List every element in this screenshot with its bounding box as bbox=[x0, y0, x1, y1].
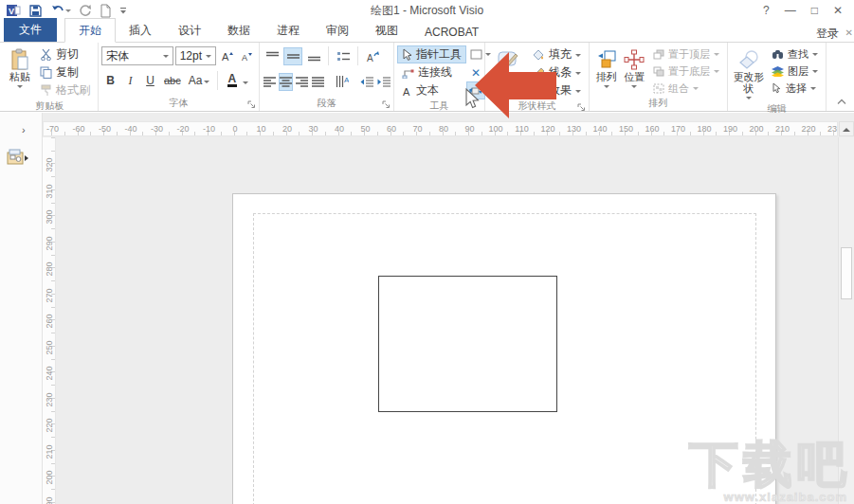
align-right-icon[interactable] bbox=[295, 73, 309, 91]
align-bottom-icon[interactable] bbox=[304, 47, 323, 65]
sign-in-link[interactable]: 登录 bbox=[816, 26, 839, 42]
font-color-caret[interactable] bbox=[243, 81, 248, 87]
qat-customize-icon[interactable] bbox=[119, 6, 127, 15]
h-ruler-label: 100 bbox=[485, 124, 506, 134]
group-label-arrange: 排列 bbox=[592, 97, 724, 111]
connector-icon bbox=[402, 67, 414, 79]
tab-8[interactable]: ACROBAT bbox=[411, 22, 492, 42]
h-ruler-label: 210 bbox=[772, 124, 793, 134]
increase-font-button[interactable]: A bbox=[218, 47, 236, 65]
tab-7[interactable]: 视图 bbox=[362, 19, 411, 42]
change-shape-icon bbox=[736, 48, 761, 71]
bold-button[interactable]: B bbox=[101, 72, 119, 90]
v-ruler-label: 270 bbox=[45, 285, 54, 306]
paragraph-dialog-launcher[interactable] bbox=[382, 99, 391, 112]
group-icon bbox=[653, 83, 664, 94]
select-button[interactable]: 选择 bbox=[767, 80, 823, 97]
position-button[interactable]: 位置 bbox=[621, 45, 649, 97]
connector-tool-button[interactable]: 连接线 bbox=[397, 63, 466, 81]
scroll-up-button[interactable] bbox=[839, 121, 854, 136]
italic-button[interactable]: I bbox=[121, 72, 139, 90]
h-ruler-label: -70 bbox=[43, 124, 64, 134]
bring-to-front-button[interactable]: 置于顶层 bbox=[648, 45, 724, 63]
increase-indent-icon[interactable] bbox=[376, 73, 391, 91]
find-button[interactable]: 查找 bbox=[767, 45, 823, 63]
rectangle-shape[interactable] bbox=[378, 276, 557, 412]
paste-button[interactable]: 粘贴 bbox=[5, 45, 35, 99]
font-color-button[interactable]: A bbox=[223, 72, 241, 90]
tab-5[interactable]: 进程 bbox=[263, 19, 313, 42]
v-ruler-label: 230 bbox=[45, 389, 54, 410]
position-icon bbox=[624, 48, 645, 71]
rotate-text-icon[interactable]: A bbox=[363, 47, 382, 65]
svg-text:A: A bbox=[242, 53, 247, 63]
font-name-select[interactable]: 宋体 bbox=[101, 46, 173, 65]
font-size-select[interactable]: 12pt bbox=[175, 46, 216, 65]
font-dialog-launcher[interactable] bbox=[247, 99, 256, 112]
pointer-tool-button[interactable]: 指针工具 bbox=[397, 45, 466, 63]
vertical-text-icon[interactable]: A bbox=[335, 73, 350, 91]
arrange-button[interactable]: 排列 bbox=[592, 45, 621, 97]
bring-to-front-icon bbox=[653, 49, 664, 60]
group-font: 宋体 12pt A A B I U abc Aa A 字体 bbox=[99, 43, 260, 111]
small-close-icon[interactable]: ✕ bbox=[845, 27, 853, 38]
tab-file[interactable]: 文件 bbox=[4, 18, 57, 42]
sidebar-expand-chevron[interactable]: › bbox=[22, 124, 26, 135]
h-ruler-label: 10 bbox=[251, 124, 272, 134]
h-ruler-label: -30 bbox=[147, 124, 168, 134]
titlebar: V 绘图1 - Microsoft Visio ? — □ ✕ bbox=[0, 0, 854, 21]
document-icon[interactable] bbox=[100, 4, 112, 18]
text-tool-button[interactable]: A 文本 bbox=[397, 81, 466, 99]
tab-1[interactable]: 开始 bbox=[64, 18, 116, 43]
maximize-icon[interactable]: □ bbox=[811, 4, 818, 17]
h-ruler-label: 140 bbox=[590, 124, 610, 134]
tab-3[interactable]: 设计 bbox=[165, 19, 214, 42]
help-icon[interactable]: ? bbox=[763, 4, 770, 17]
change-case-button[interactable]: Aa bbox=[186, 72, 213, 90]
cut-button[interactable]: 剪切 bbox=[35, 45, 95, 63]
h-ruler-label: 40 bbox=[329, 124, 350, 134]
send-to-back-button[interactable]: 置于底层 bbox=[648, 63, 724, 80]
layers-button[interactable]: 图层 bbox=[767, 63, 823, 80]
group-button[interactable]: 组合 bbox=[648, 80, 724, 97]
align-middle-icon[interactable] bbox=[283, 47, 302, 65]
group-clipboard: 粘贴 剪切 复制 格式刷 剪贴板 bbox=[2, 43, 99, 111]
ribbon-collapse-icon[interactable] bbox=[837, 95, 846, 108]
group-paragraph: A A 段落 bbox=[260, 43, 394, 111]
bullets-icon[interactable] bbox=[334, 47, 353, 65]
save-icon[interactable] bbox=[28, 4, 43, 18]
v-ruler-label: 220 bbox=[45, 415, 54, 436]
v-ruler-label: 240 bbox=[45, 363, 54, 384]
paste-icon bbox=[10, 48, 29, 71]
shapes-window-icon bbox=[7, 149, 29, 166]
align-left-icon[interactable] bbox=[263, 73, 277, 91]
align-center-icon[interactable] bbox=[279, 73, 293, 91]
minimize-icon[interactable]: — bbox=[785, 4, 796, 17]
visio-app-icon[interactable]: V bbox=[6, 3, 21, 18]
horizontal-ruler: -70-60-50-40-30-20-100102030405060708090… bbox=[43, 121, 838, 136]
format-painter-button[interactable]: 格式刷 bbox=[35, 81, 95, 99]
align-top-icon[interactable] bbox=[263, 47, 282, 65]
redo-icon[interactable] bbox=[79, 4, 92, 17]
shapes-window-button[interactable] bbox=[7, 149, 29, 166]
decrease-indent-icon[interactable] bbox=[359, 73, 374, 91]
v-ruler-label: 190 bbox=[45, 494, 54, 504]
tab-2[interactable]: 插入 bbox=[116, 19, 165, 42]
close-icon[interactable]: ✕ bbox=[833, 4, 843, 17]
tab-4[interactable]: 数据 bbox=[214, 19, 263, 42]
strikethrough-button[interactable]: abc bbox=[161, 72, 184, 90]
tab-row: 文件开始插入设计数据进程审阅视图ACROBAT登录 ✕ bbox=[0, 21, 854, 43]
underline-button[interactable]: U bbox=[141, 72, 159, 90]
h-ruler-label: 220 bbox=[798, 124, 819, 134]
shapes-sidebar-collapsed: › bbox=[0, 113, 43, 504]
svg-text:V: V bbox=[9, 7, 14, 16]
svg-text:A: A bbox=[367, 53, 373, 63]
decrease-font-button[interactable]: A bbox=[238, 47, 256, 65]
undo-icon[interactable] bbox=[50, 4, 71, 17]
v-ruler-label: 290 bbox=[45, 233, 54, 254]
copy-button[interactable]: 复制 bbox=[35, 63, 95, 81]
scrollbar-thumb[interactable] bbox=[841, 247, 852, 299]
justify-icon[interactable] bbox=[311, 73, 325, 91]
change-shape-button[interactable]: 更改形状 bbox=[731, 45, 767, 102]
tab-6[interactable]: 审阅 bbox=[313, 19, 362, 42]
